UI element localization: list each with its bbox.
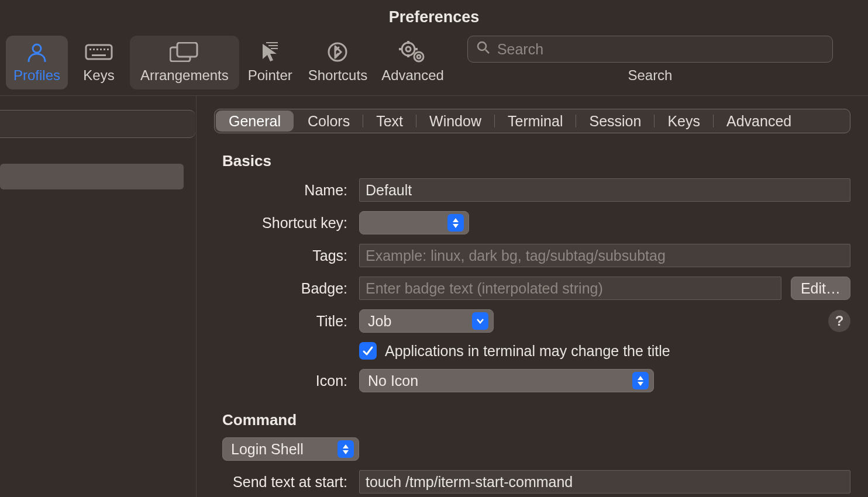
svg-marker-27: [638, 376, 643, 380]
shortcut-label: Shortcut key:: [214, 215, 359, 232]
profile-list-row[interactable]: [0, 164, 184, 189]
badge-edit-button[interactable]: Edit…: [791, 277, 850, 300]
name-input[interactable]: [359, 178, 850, 202]
svg-marker-26: [453, 224, 459, 228]
svg-point-0: [33, 44, 41, 53]
command-shell-value: Login Shell: [231, 441, 337, 458]
profile-tabs: General Colors Text Window Terminal Sess…: [214, 109, 850, 133]
toolbar-label: Advanced: [381, 67, 444, 84]
command-heading: Command: [222, 411, 850, 429]
tab-colors[interactable]: Colors: [295, 109, 363, 133]
svg-rect-1: [86, 45, 112, 59]
profiles-icon: [26, 42, 47, 63]
svg-marker-28: [638, 382, 643, 386]
help-button[interactable]: ?: [828, 310, 850, 332]
sidebar: [0, 96, 197, 497]
tab-general[interactable]: General: [216, 111, 294, 132]
updown-icon: [632, 372, 649, 389]
send-text-label: Send text at start:: [214, 474, 359, 491]
pointer-icon: [260, 42, 280, 63]
shortcuts-icon: [327, 42, 348, 63]
command-shell-select[interactable]: Login Shell: [222, 437, 359, 461]
svg-rect-5: [100, 49, 102, 50]
tags-label: Tags:: [214, 247, 359, 264]
advanced-icon: [399, 42, 427, 63]
svg-rect-3: [93, 49, 95, 50]
svg-point-14: [329, 43, 346, 61]
toolbar: Profiles Keys Arrangements Pointer Short…: [0, 32, 868, 96]
toolbar-search-caption: Search: [628, 67, 672, 84]
basics-heading: Basics: [222, 152, 850, 170]
toolbar-search-input[interactable]: [497, 41, 824, 58]
badge-label: Badge:: [214, 280, 359, 297]
main-panel: General Colors Text Window Terminal Sess…: [197, 96, 868, 497]
shortcut-select[interactable]: [359, 211, 469, 234]
tab-session[interactable]: Session: [576, 109, 654, 133]
svg-rect-21: [399, 48, 402, 50]
svg-rect-8: [92, 54, 106, 56]
svg-rect-10: [177, 43, 197, 57]
tab-keys[interactable]: Keys: [655, 109, 713, 133]
updown-icon: [447, 214, 464, 232]
svg-rect-4: [97, 49, 98, 50]
icon-value: No Icon: [368, 372, 632, 389]
title-label: Title:: [214, 313, 359, 330]
name-label: Name:: [214, 182, 359, 199]
updown-icon: [337, 440, 354, 458]
toolbar-arrangements[interactable]: Arrangements: [130, 36, 239, 89]
svg-point-23: [478, 42, 486, 50]
toolbar-search-wrap: Search: [467, 36, 862, 84]
svg-rect-19: [407, 41, 409, 44]
keyboard-icon: [85, 42, 113, 63]
toolbar-pointer[interactable]: Pointer: [239, 36, 301, 89]
svg-marker-29: [343, 444, 349, 448]
toolbar-label: Keys: [83, 67, 114, 84]
toolbar-advanced[interactable]: Advanced: [374, 36, 451, 89]
svg-point-18: [417, 55, 421, 58]
svg-rect-7: [107, 49, 109, 50]
arrangements-icon: [170, 42, 199, 63]
svg-point-17: [414, 52, 423, 61]
window-title: Preferences: [0, 0, 868, 32]
svg-rect-2: [89, 49, 91, 50]
title-change-checkbox[interactable]: [359, 342, 377, 360]
toolbar-label: Arrangements: [140, 67, 229, 84]
chevron-down-icon: [472, 312, 488, 330]
badge-input[interactable]: [359, 277, 781, 300]
tab-window[interactable]: Window: [416, 109, 494, 133]
toolbar-keys[interactable]: Keys: [68, 36, 130, 89]
icon-label: Icon:: [214, 372, 359, 389]
svg-point-15: [402, 43, 415, 56]
toolbar-profiles[interactable]: Profiles: [6, 36, 68, 89]
svg-point-16: [406, 47, 411, 51]
title-select[interactable]: Job: [359, 309, 494, 333]
svg-rect-6: [104, 49, 105, 50]
tab-text[interactable]: Text: [363, 109, 416, 133]
toolbar-search-field[interactable]: [467, 36, 833, 63]
tab-terminal[interactable]: Terminal: [495, 109, 576, 133]
svg-line-24: [485, 50, 489, 53]
title-value: Job: [368, 313, 472, 330]
toolbar-shortcuts[interactable]: Shortcuts: [301, 36, 374, 89]
tab-advanced[interactable]: Advanced: [714, 109, 804, 133]
send-text-input[interactable]: [359, 470, 850, 493]
toolbar-label: Profiles: [13, 67, 60, 84]
title-change-label: Applications in terminal may change the …: [385, 343, 670, 360]
toolbar-label: Pointer: [248, 67, 292, 84]
search-icon: [476, 40, 490, 58]
toolbar-label: Shortcuts: [308, 67, 367, 84]
svg-rect-22: [415, 48, 418, 50]
svg-rect-20: [407, 54, 409, 57]
icon-select[interactable]: No Icon: [359, 369, 654, 392]
svg-marker-25: [453, 218, 459, 222]
sidebar-search[interactable]: [0, 110, 195, 138]
svg-marker-30: [343, 450, 349, 454]
tags-input[interactable]: [359, 244, 850, 267]
